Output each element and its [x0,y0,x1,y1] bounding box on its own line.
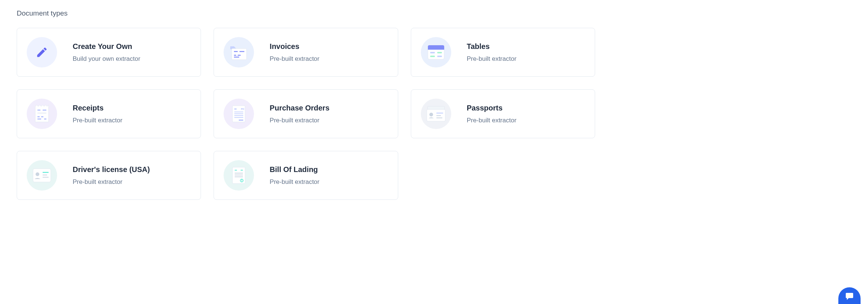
card-title: Purchase Orders [270,104,329,112]
svg-point-30 [429,113,433,116]
card-title: Tables [467,42,516,51]
card-receipts[interactable]: Receipts Pre-built extractor [17,89,201,138]
svg-rect-9 [430,52,435,53]
svg-rect-11 [430,56,435,57]
card-subtitle: Pre-built extractor [270,178,319,186]
purchase-order-icon: PO [224,99,254,129]
svg-text:PO: PO [241,108,244,110]
card-subtitle: Pre-built extractor [270,55,319,63]
card-subtitle: Pre-built extractor [467,55,516,63]
svg-rect-34 [33,169,51,182]
table-icon [421,37,451,67]
card-title: Create Your Own [73,42,140,51]
section-title: Document types [17,9,851,17]
card-subtitle: Pre-built extractor [73,117,122,124]
svg-rect-12 [437,56,442,57]
card-subtitle: Pre-built extractor [270,117,329,124]
svg-rect-0 [232,49,247,60]
svg-point-35 [36,172,39,176]
receipt-icon [27,99,57,129]
card-tables[interactable]: Tables Pre-built extractor [411,28,595,77]
bill-of-lading-icon [224,160,254,191]
card-bill-of-lading[interactable]: Bill Of Lading Pre-built extractor [214,151,398,200]
svg-rect-8 [428,49,444,50]
card-title: Receipts [73,104,122,112]
card-subtitle: Pre-built extractor [467,117,516,124]
card-subtitle: Pre-built extractor [73,178,150,186]
passport-icon [421,99,451,129]
card-subtitle: Build your own extractor [73,55,140,63]
invoice-icon [224,37,254,67]
pencil-icon [27,37,57,67]
card-title: Passports [467,104,516,112]
svg-rect-10 [437,52,442,53]
card-title: Driver's license (USA) [73,165,150,174]
card-invoices[interactable]: Invoices Pre-built extractor [214,28,398,77]
document-types-grid: Create Your Own Build your own extractor… [17,28,595,200]
card-drivers-license[interactable]: Driver's license (USA) Pre-built extract… [17,151,201,200]
card-title: Invoices [270,42,319,51]
card-passports[interactable]: Passports Pre-built extractor [411,89,595,138]
drivers-license-icon [27,160,57,191]
card-purchase-orders[interactable]: PO Purchase Orders Pre-built extractor [214,89,398,138]
card-title: Bill Of Lading [270,165,319,174]
svg-rect-28 [428,106,445,109]
card-create-your-own[interactable]: Create Your Own Build your own extractor [17,28,201,77]
